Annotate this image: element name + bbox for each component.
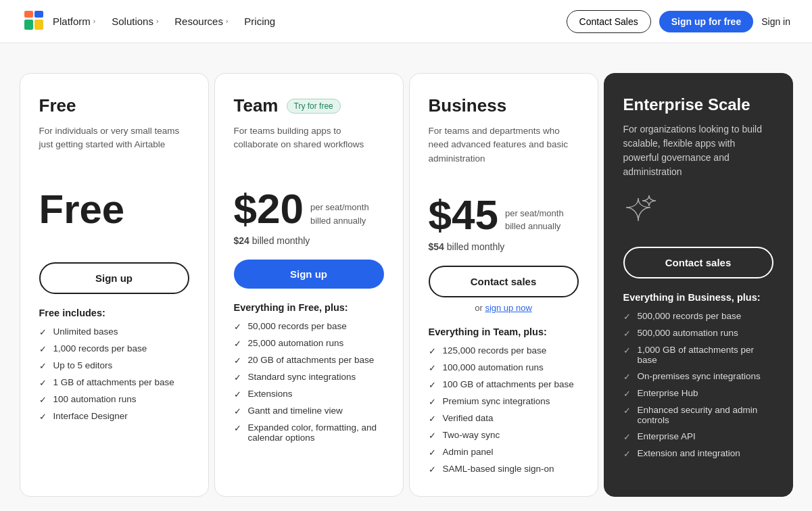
plan-team-name: Team Try for free xyxy=(234,95,384,116)
check-icon: ✓ xyxy=(623,449,631,459)
list-item: ✓Premium sync integrations xyxy=(429,396,579,407)
list-item: ✓500,000 records per base xyxy=(623,311,773,322)
plan-team-features: ✓50,000 records per base ✓25,000 automat… xyxy=(234,321,384,443)
plan-free-desc: For individuals or very small teams just… xyxy=(39,124,189,160)
list-item: ✓20 GB of attachments per base xyxy=(234,355,384,366)
plan-business: Business For teams and departments who n… xyxy=(409,73,598,497)
plan-business-monthly: $54 billed monthly xyxy=(429,241,579,252)
plan-business-name: Business xyxy=(429,95,579,116)
list-item: ✓Up to 5 editors xyxy=(39,360,189,371)
check-icon: ✓ xyxy=(429,346,436,356)
check-icon: ✓ xyxy=(429,464,436,474)
svg-rect-3 xyxy=(24,20,33,30)
check-icon: ✓ xyxy=(623,372,631,382)
signin-link[interactable]: Sign in xyxy=(761,16,790,27)
list-item: ✓Gantt and timeline view xyxy=(234,406,384,416)
svg-rect-2 xyxy=(34,11,43,18)
nav-platform[interactable]: Platform › xyxy=(46,11,102,31)
plan-free-features: ✓Unlimited bases ✓1,000 records per base… xyxy=(39,326,189,422)
svg-rect-1 xyxy=(24,11,33,18)
logo[interactable] xyxy=(22,8,46,35)
check-icon: ✓ xyxy=(234,389,241,399)
nav-solutions[interactable]: Solutions › xyxy=(105,11,165,31)
check-icon: ✓ xyxy=(39,378,47,388)
list-item: ✓1,000 records per base xyxy=(39,343,189,354)
plan-team-desc: For teams building apps to collaborate o… xyxy=(234,124,384,160)
list-item: ✓On-premises sync integrations xyxy=(623,371,773,382)
list-item: ✓Unlimited bases xyxy=(39,326,189,337)
check-icon: ✓ xyxy=(234,322,241,332)
plan-free: Free For individuals or very small teams… xyxy=(20,73,209,497)
check-icon: ✓ xyxy=(429,363,436,373)
pricing-page: Free For individuals or very small teams… xyxy=(0,43,812,511)
chevron-icon: › xyxy=(226,18,228,25)
plan-business-features: ✓125,000 records per base ✓100,000 autom… xyxy=(429,345,579,474)
list-item: ✓Standard sync integrations xyxy=(234,372,384,383)
plan-business-price: $45 per seat/month billed annually xyxy=(429,182,579,236)
plan-enterprise-name: Enterprise Scale xyxy=(623,95,773,114)
check-icon: ✓ xyxy=(234,406,241,416)
check-icon: ✓ xyxy=(623,328,631,339)
check-icon: ✓ xyxy=(39,344,47,354)
check-icon: ✓ xyxy=(429,397,436,407)
list-item: ✓Verified data xyxy=(429,413,579,424)
list-item: ✓125,000 records per base xyxy=(429,345,579,356)
list-item: ✓SAML-based single sign-on xyxy=(429,464,579,474)
plan-team: Team Try for free For teams building app… xyxy=(214,73,404,497)
plan-enterprise-features-label: Everything in Business, plus: xyxy=(623,292,773,303)
list-item: ✓Extension and integration xyxy=(623,448,773,459)
list-item: ✓Two-way sync xyxy=(429,430,579,441)
check-icon: ✓ xyxy=(234,339,241,349)
check-icon: ✓ xyxy=(234,372,241,383)
list-item: ✓Interface Designer xyxy=(39,411,189,422)
plan-enterprise-desc: For organizations looking to build scala… xyxy=(623,122,773,179)
list-item: ✓1 GB of attachments per base xyxy=(39,377,189,388)
plan-enterprise: Enterprise Scale For organizations looki… xyxy=(604,73,793,497)
plan-business-secondary: or sign up now xyxy=(429,303,579,313)
plan-free-name: Free xyxy=(39,95,189,116)
plan-business-features-label: Everything in Team, plus: xyxy=(429,326,579,337)
signup-free-nav-button[interactable]: Sign up for free xyxy=(659,11,753,32)
list-item: ✓Enhanced security and admin controls xyxy=(623,405,773,425)
check-icon: ✓ xyxy=(234,356,241,366)
plan-team-monthly: $24 billed monthly xyxy=(234,235,384,246)
list-item: ✓Enterprise Hub xyxy=(623,388,773,399)
check-icon: ✓ xyxy=(623,406,631,416)
sign-up-now-link[interactable]: sign up now xyxy=(485,303,531,313)
check-icon: ✓ xyxy=(429,414,436,424)
plan-free-features-label: Free includes: xyxy=(39,308,189,318)
nav-resources[interactable]: Resources › xyxy=(168,11,235,31)
plans-grid: Free For individuals or very small teams… xyxy=(17,70,796,500)
list-item: ✓Admin panel xyxy=(429,447,579,458)
plan-team-price: $20 per seat/month billed annually xyxy=(234,176,384,230)
check-icon: ✓ xyxy=(429,447,436,458)
list-item: ✓50,000 records per base xyxy=(234,321,384,332)
nav-links: Platform › Solutions › Resources › Prici… xyxy=(46,11,567,31)
check-icon: ✓ xyxy=(39,327,47,337)
list-item: ✓Extensions xyxy=(234,389,384,399)
plan-free-cta[interactable]: Sign up xyxy=(39,262,189,294)
list-item: ✓100 GB of attachments per base xyxy=(429,379,579,390)
nav-pricing[interactable]: Pricing xyxy=(237,11,282,31)
check-icon: ✓ xyxy=(234,423,241,433)
list-item: ✓500,000 automation runs xyxy=(623,328,773,339)
check-icon: ✓ xyxy=(39,395,47,405)
chevron-icon: › xyxy=(156,18,158,25)
plan-business-cta[interactable]: Contact sales xyxy=(429,266,579,297)
check-icon: ✓ xyxy=(623,432,631,442)
plan-enterprise-cta[interactable]: Contact sales xyxy=(623,247,773,278)
list-item: ✓25,000 automation runs xyxy=(234,338,384,349)
check-icon: ✓ xyxy=(39,412,47,422)
check-icon: ✓ xyxy=(623,345,631,356)
list-item: ✓Enterprise API xyxy=(623,431,773,442)
plan-business-desc: For teams and departments who need advan… xyxy=(429,124,579,166)
plan-team-cta[interactable]: Sign up xyxy=(234,260,384,289)
contact-sales-nav-button[interactable]: Contact Sales xyxy=(567,10,651,33)
sparkle-icon xyxy=(623,193,773,230)
svg-rect-4 xyxy=(34,20,43,30)
list-item: ✓1,000 GB of attachments per base xyxy=(623,345,773,365)
plan-team-features-label: Everything in Free, plus: xyxy=(234,302,384,313)
try-badge: Try for free xyxy=(287,99,341,114)
check-icon: ✓ xyxy=(429,380,436,390)
plan-enterprise-features: ✓500,000 records per base ✓500,000 autom… xyxy=(623,311,773,459)
